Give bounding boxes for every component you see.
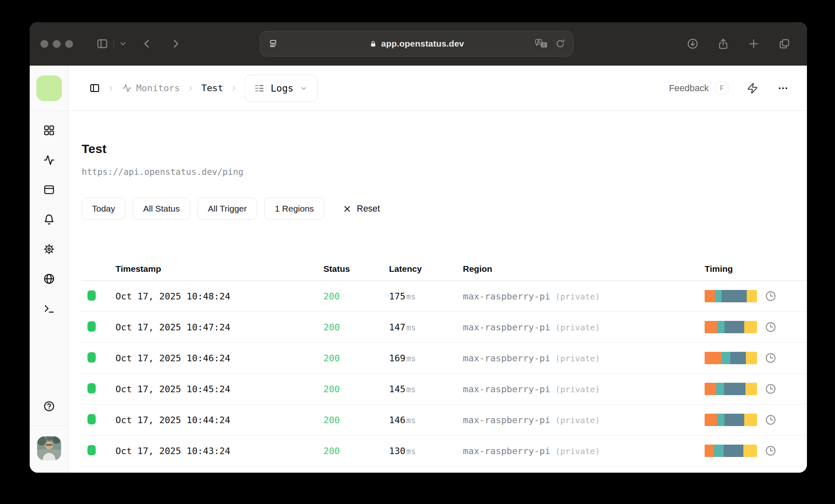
translate-icon[interactable]: A 文	[534, 38, 548, 49]
grid-icon	[43, 124, 55, 137]
clock-button[interactable]	[764, 290, 777, 302]
clock-button[interactable]	[764, 414, 777, 426]
ellipsis-icon	[777, 82, 789, 94]
row-status: 200	[323, 415, 389, 425]
clock-icon	[764, 445, 777, 457]
logs-label: Logs	[271, 83, 293, 94]
sidebar-item-dashboard[interactable]	[41, 122, 57, 139]
reload-icon[interactable]	[555, 38, 566, 49]
reader-icon[interactable]	[268, 38, 278, 49]
minimize-button[interactable]	[53, 40, 61, 48]
table-row[interactable]: Oct 17, 2025 10:43:24 200 130ms max-rasp…	[82, 436, 807, 466]
row-region: max-raspberry-pi	[463, 353, 550, 363]
svg-text:文: 文	[542, 42, 546, 47]
row-latency: 130	[389, 446, 406, 456]
table-row[interactable]: Oct 17, 2025 10:45:24 200 145ms max-rasp…	[82, 374, 807, 405]
clock-icon	[764, 383, 777, 395]
timing-bar	[705, 352, 757, 364]
status-dot	[87, 383, 96, 393]
status-dot	[87, 321, 96, 332]
row-latency-unit: ms	[406, 385, 416, 394]
row-region-suffix: (private)	[555, 446, 600, 456]
sidebar-item-cli[interactable]	[41, 300, 57, 317]
table-row[interactable]: Oct 17, 2025 10:48:24 200 175ms max-rasp…	[82, 281, 807, 312]
more-menu-button[interactable]	[777, 82, 789, 94]
col-latency: Latency	[389, 264, 463, 274]
breadcrumb-monitors[interactable]: Monitors	[122, 83, 180, 93]
clock-icon	[764, 414, 777, 426]
sidebar-chevron-icon[interactable]	[119, 40, 127, 48]
feedback-kbd-badge: F	[715, 82, 729, 95]
reset-filters-button[interactable]: Reset	[340, 203, 382, 214]
row-region-suffix: (private)	[555, 415, 600, 425]
logs-page-select[interactable]: Logs	[245, 75, 318, 102]
breadcrumb-monitors-label: Monitors	[136, 83, 180, 93]
clock-button[interactable]	[764, 352, 777, 364]
chevron-down-icon	[299, 84, 308, 93]
reset-label: Reset	[357, 204, 380, 214]
row-latency-unit: ms	[406, 354, 416, 363]
lock-icon	[369, 40, 377, 48]
row-latency: 169	[389, 353, 406, 363]
status-dot	[87, 352, 96, 363]
sidebar-item-settings[interactable]	[41, 241, 57, 257]
row-status: 200	[323, 446, 389, 456]
forward-icon[interactable]	[170, 38, 182, 49]
clock-button[interactable]	[764, 445, 777, 457]
row-region: max-raspberry-pi	[463, 415, 550, 425]
col-region: Region	[463, 264, 705, 274]
activity-icon	[122, 83, 132, 93]
row-status: 200	[323, 291, 389, 301]
chevron-right-icon	[107, 84, 115, 92]
address-bar[interactable]: app.openstatus.dev A 文	[260, 31, 573, 57]
zap-button[interactable]	[747, 82, 758, 94]
feedback-label: Feedback	[669, 83, 709, 94]
app-sidebar	[30, 66, 68, 473]
row-status: 200	[323, 322, 389, 332]
table-header: Timestamp Status Latency Region Timing	[82, 255, 807, 281]
zoom-button[interactable]	[65, 40, 73, 48]
new-tab-icon[interactable]	[748, 38, 760, 50]
clock-button[interactable]	[764, 321, 777, 333]
filter-button[interactable]: All Status	[133, 198, 190, 220]
close-button[interactable]	[40, 40, 48, 48]
filter-bar: TodayAll StatusAll Trigger1 Regions Rese…	[82, 198, 807, 220]
download-icon[interactable]	[686, 38, 699, 50]
address-url: app.openstatus.dev	[381, 39, 464, 49]
row-latency: 145	[389, 384, 406, 394]
user-avatar[interactable]	[37, 436, 61, 460]
feedback-button[interactable]: Feedback F	[669, 82, 729, 95]
page-content: Test https://api.openstatus.dev/ping Tod…	[68, 111, 807, 473]
row-region: max-raspberry-pi	[463, 384, 550, 394]
filter-button[interactable]: Today	[82, 198, 125, 220]
sidebar-item-status-pages[interactable]	[41, 181, 57, 198]
tab-overview-icon[interactable]	[778, 38, 790, 50]
table-row[interactable]: Oct 17, 2025 10:47:24 200 147ms max-rasp…	[82, 312, 807, 343]
clock-icon	[764, 321, 777, 333]
breadcrumb-test[interactable]: Test	[201, 83, 223, 93]
row-timestamp: Oct 17, 2025 10:47:24	[116, 322, 323, 332]
timing-bar	[705, 383, 757, 395]
help-button[interactable]	[41, 398, 57, 415]
traffic-lights	[40, 40, 73, 48]
back-icon[interactable]	[141, 38, 153, 49]
row-region-suffix: (private)	[555, 353, 600, 363]
workspace-avatar[interactable]	[36, 75, 62, 101]
share-icon[interactable]	[717, 38, 729, 50]
sidebar-item-notifications[interactable]	[41, 211, 57, 228]
filter-button[interactable]: All Trigger	[198, 198, 257, 220]
sidebar-item-monitors[interactable]	[41, 152, 57, 168]
row-latency: 146	[389, 415, 406, 425]
row-latency-unit: ms	[406, 447, 416, 456]
table-row[interactable]: Oct 17, 2025 10:44:24 200 146ms max-rasp…	[82, 405, 807, 436]
table-row[interactable]: Oct 17, 2025 10:46:24 200 169ms max-rasp…	[82, 343, 807, 374]
filter-button[interactable]: 1 Regions	[264, 198, 324, 220]
clock-button[interactable]	[764, 383, 777, 395]
row-latency-unit: ms	[406, 292, 416, 301]
address-text-group: app.openstatus.dev	[260, 39, 573, 49]
row-latency-unit: ms	[406, 416, 416, 425]
col-timing: Timing	[705, 264, 807, 274]
sidebar-toggle-icon[interactable]	[96, 38, 109, 50]
sidebar-item-global[interactable]	[41, 271, 57, 287]
app-sidebar-toggle-icon[interactable]	[89, 82, 100, 94]
